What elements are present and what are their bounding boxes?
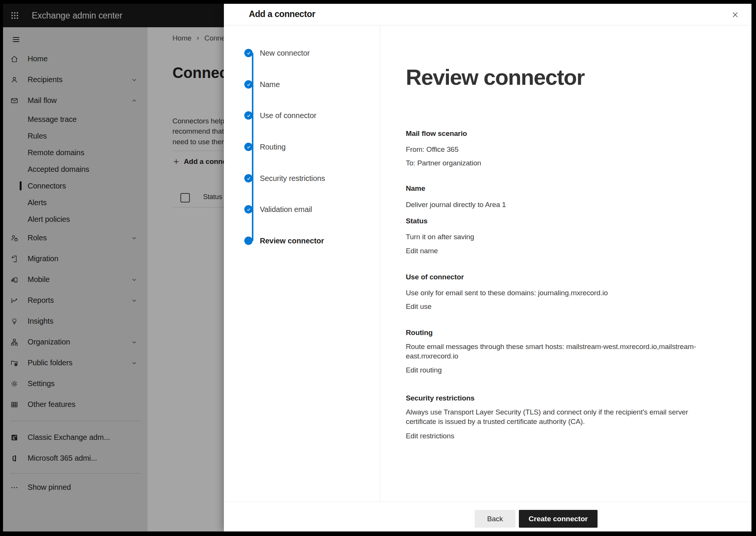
step-current-icon: [244, 237, 253, 245]
step-completed-icon: [244, 80, 253, 89]
step-completed-icon: [244, 174, 253, 182]
step-label: Use of connector: [260, 111, 317, 120]
back-button[interactable]: Back: [475, 510, 515, 528]
modal-header-divider: [224, 25, 751, 25]
use-of-connector-heading: Use of connector: [406, 272, 708, 282]
mail-flow-scenario-heading: Mail flow scenario: [406, 129, 708, 138]
step-label: Review connector: [260, 237, 324, 245]
step-security-restrictions[interactable]: Security restrictions: [244, 170, 325, 187]
wizard-divider: [380, 25, 380, 502]
step-label: Name: [260, 80, 280, 89]
routing-heading: Routing: [406, 328, 708, 337]
edit-routing-link[interactable]: Edit routing: [406, 365, 442, 375]
app-window: Exchange admin center Home Recipients Ma…: [3, 4, 751, 531]
step-review-connector[interactable]: Review connector: [244, 232, 324, 249]
status-heading: Status: [406, 216, 708, 226]
close-button[interactable]: [729, 8, 742, 21]
step-new-connector[interactable]: New connector: [244, 45, 310, 61]
step-label: Security restrictions: [260, 174, 325, 183]
status-value: Turn it on after saving: [406, 232, 708, 242]
edit-restrictions-link[interactable]: Edit restrictions: [406, 431, 454, 441]
step-use-of-connector[interactable]: Use of connector: [244, 107, 317, 124]
step-completed-icon: [244, 205, 253, 213]
create-connector-button[interactable]: Create connector: [519, 510, 598, 528]
routing-value: Route email messages through these smart…: [406, 342, 708, 361]
security-restrictions-heading: Security restrictions: [406, 393, 708, 403]
mail-flow-from: From: Office 365: [406, 145, 708, 154]
step-completed-icon: [244, 111, 253, 120]
step-validation-email[interactable]: Validation email: [244, 201, 312, 218]
step-completed-icon: [244, 49, 253, 57]
close-icon: [731, 11, 739, 19]
step-label: New connector: [260, 49, 310, 58]
security-restrictions-value: Always use Transport Layer Security (TLS…: [406, 407, 708, 426]
name-heading: Name: [406, 184, 708, 193]
edit-name-link[interactable]: Edit name: [406, 246, 438, 256]
step-name[interactable]: Name: [244, 76, 280, 93]
step-label: Validation email: [260, 205, 312, 214]
screenshot-frame: Exchange admin center Home Recipients Ma…: [0, 0, 756, 536]
modal-title: Add a connector: [249, 9, 315, 19]
add-connector-modal: Add a connector New connector Name Use o…: [224, 4, 751, 531]
step-routing[interactable]: Routing: [244, 139, 286, 155]
name-value: Deliver journal directly to Area 1: [406, 200, 708, 209]
review-heading: Review connector: [406, 64, 584, 90]
use-of-connector-value: Use only for email sent to these domains…: [406, 288, 708, 298]
step-label: Routing: [260, 143, 286, 151]
mail-flow-to: To: Partner organization: [406, 158, 708, 168]
edit-use-link[interactable]: Edit use: [406, 302, 432, 311]
step-completed-icon: [244, 143, 253, 151]
modal-footer-divider: [224, 502, 751, 502]
